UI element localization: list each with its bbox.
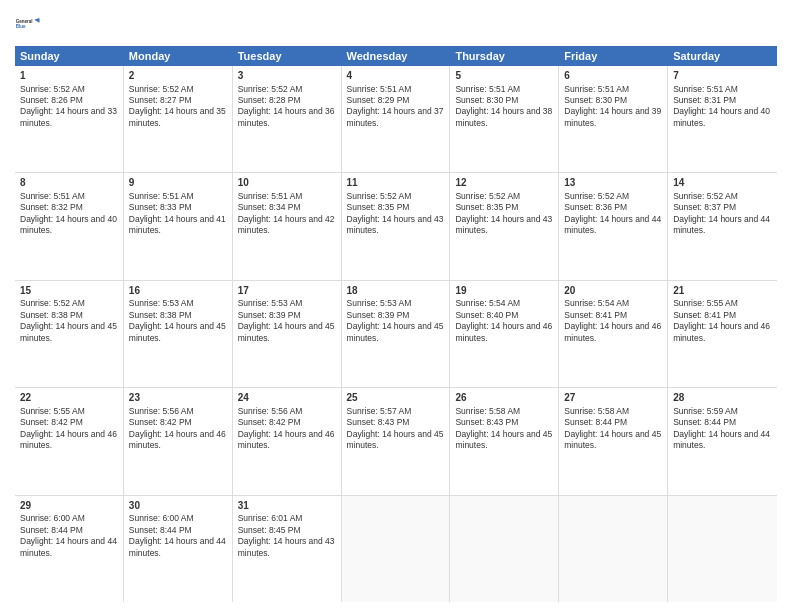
calendar-body: 1 Sunrise: 5:52 AM Sunset: 8:26 PM Dayli… xyxy=(15,66,777,602)
sunset: Sunset: 8:26 PM xyxy=(20,95,83,105)
daylight-label: Daylight: 14 hours and 45 minutes. xyxy=(129,321,226,342)
day-number: 1 xyxy=(20,69,118,83)
daylight-label: Daylight: 14 hours and 37 minutes. xyxy=(347,106,444,127)
calendar-cell: 8 Sunrise: 5:51 AM Sunset: 8:32 PM Dayli… xyxy=(15,173,124,279)
sunrise: Sunrise: 5:52 AM xyxy=(20,84,85,94)
daylight-label: Daylight: 14 hours and 33 minutes. xyxy=(20,106,117,127)
sunset: Sunset: 8:42 PM xyxy=(20,417,83,427)
calendar-cell: 6 Sunrise: 5:51 AM Sunset: 8:30 PM Dayli… xyxy=(559,66,668,172)
daylight-label: Daylight: 14 hours and 45 minutes. xyxy=(455,429,552,450)
sunset: Sunset: 8:29 PM xyxy=(347,95,410,105)
sunset: Sunset: 8:35 PM xyxy=(455,202,518,212)
calendar-header: SundayMondayTuesdayWednesdayThursdayFrid… xyxy=(15,46,777,66)
sunrise: Sunrise: 6:00 AM xyxy=(20,513,85,523)
calendar-cell: 2 Sunrise: 5:52 AM Sunset: 8:27 PM Dayli… xyxy=(124,66,233,172)
sunset: Sunset: 8:40 PM xyxy=(455,310,518,320)
daylight-label: Daylight: 14 hours and 43 minutes. xyxy=(238,536,335,557)
daylight-label: Daylight: 14 hours and 43 minutes. xyxy=(455,214,552,235)
sunrise: Sunrise: 5:52 AM xyxy=(455,191,520,201)
sunrise: Sunrise: 5:51 AM xyxy=(20,191,85,201)
calendar-cell xyxy=(342,496,451,602)
calendar-cell: 9 Sunrise: 5:51 AM Sunset: 8:33 PM Dayli… xyxy=(124,173,233,279)
sunset: Sunset: 8:38 PM xyxy=(20,310,83,320)
sunset: Sunset: 8:42 PM xyxy=(129,417,192,427)
daylight-label: Daylight: 14 hours and 39 minutes. xyxy=(564,106,661,127)
daylight-label: Daylight: 14 hours and 38 minutes. xyxy=(455,106,552,127)
sunset: Sunset: 8:36 PM xyxy=(564,202,627,212)
day-number: 7 xyxy=(673,69,772,83)
calendar-cell: 21 Sunrise: 5:55 AM Sunset: 8:41 PM Dayl… xyxy=(668,281,777,387)
day-number: 16 xyxy=(129,284,227,298)
sunrise: Sunrise: 5:51 AM xyxy=(564,84,629,94)
day-number: 29 xyxy=(20,499,118,513)
sunrise: Sunrise: 5:52 AM xyxy=(673,191,738,201)
daylight-label: Daylight: 14 hours and 45 minutes. xyxy=(564,429,661,450)
daylight-label: Daylight: 14 hours and 46 minutes. xyxy=(20,429,117,450)
sunrise: Sunrise: 5:51 AM xyxy=(455,84,520,94)
calendar-row: 8 Sunrise: 5:51 AM Sunset: 8:32 PM Dayli… xyxy=(15,173,777,280)
day-number: 15 xyxy=(20,284,118,298)
calendar-row: 15 Sunrise: 5:52 AM Sunset: 8:38 PM Dayl… xyxy=(15,281,777,388)
sunrise: Sunrise: 5:51 AM xyxy=(673,84,738,94)
sunrise: Sunrise: 5:59 AM xyxy=(673,406,738,416)
sunset: Sunset: 8:28 PM xyxy=(238,95,301,105)
daylight-label: Daylight: 14 hours and 44 minutes. xyxy=(673,429,770,450)
calendar-cell: 16 Sunrise: 5:53 AM Sunset: 8:38 PM Dayl… xyxy=(124,281,233,387)
calendar-cell: 12 Sunrise: 5:52 AM Sunset: 8:35 PM Dayl… xyxy=(450,173,559,279)
day-number: 28 xyxy=(673,391,772,405)
sunrise: Sunrise: 5:53 AM xyxy=(129,298,194,308)
weekday-header: Thursday xyxy=(450,46,559,66)
day-number: 5 xyxy=(455,69,553,83)
daylight-label: Daylight: 14 hours and 46 minutes. xyxy=(129,429,226,450)
calendar-cell: 25 Sunrise: 5:57 AM Sunset: 8:43 PM Dayl… xyxy=(342,388,451,494)
sunrise: Sunrise: 6:00 AM xyxy=(129,513,194,523)
sunrise: Sunrise: 5:53 AM xyxy=(238,298,303,308)
daylight-label: Daylight: 14 hours and 41 minutes. xyxy=(129,214,226,235)
daylight-label: Daylight: 14 hours and 44 minutes. xyxy=(673,214,770,235)
calendar-cell: 5 Sunrise: 5:51 AM Sunset: 8:30 PM Dayli… xyxy=(450,66,559,172)
sunset: Sunset: 8:37 PM xyxy=(673,202,736,212)
daylight-label: Daylight: 14 hours and 46 minutes. xyxy=(564,321,661,342)
day-number: 14 xyxy=(673,176,772,190)
calendar-cell: 15 Sunrise: 5:52 AM Sunset: 8:38 PM Dayl… xyxy=(15,281,124,387)
sunset: Sunset: 8:44 PM xyxy=(673,417,736,427)
day-number: 20 xyxy=(564,284,662,298)
sunset: Sunset: 8:44 PM xyxy=(564,417,627,427)
sunset: Sunset: 8:45 PM xyxy=(238,525,301,535)
daylight-label: Daylight: 14 hours and 46 minutes. xyxy=(238,429,335,450)
day-number: 12 xyxy=(455,176,553,190)
sunset: Sunset: 8:39 PM xyxy=(238,310,301,320)
sunset: Sunset: 8:35 PM xyxy=(347,202,410,212)
daylight-label: Daylight: 14 hours and 40 minutes. xyxy=(20,214,117,235)
day-number: 30 xyxy=(129,499,227,513)
sunrise: Sunrise: 5:57 AM xyxy=(347,406,412,416)
daylight-label: Daylight: 14 hours and 44 minutes. xyxy=(564,214,661,235)
day-number: 18 xyxy=(347,284,445,298)
sunrise: Sunrise: 5:58 AM xyxy=(564,406,629,416)
sunset: Sunset: 8:42 PM xyxy=(238,417,301,427)
sunset: Sunset: 8:44 PM xyxy=(20,525,83,535)
sunset: Sunset: 8:43 PM xyxy=(455,417,518,427)
sunset: Sunset: 8:33 PM xyxy=(129,202,192,212)
calendar-cell: 11 Sunrise: 5:52 AM Sunset: 8:35 PM Dayl… xyxy=(342,173,451,279)
day-number: 8 xyxy=(20,176,118,190)
calendar-row: 22 Sunrise: 5:55 AM Sunset: 8:42 PM Dayl… xyxy=(15,388,777,495)
calendar-cell: 14 Sunrise: 5:52 AM Sunset: 8:37 PM Dayl… xyxy=(668,173,777,279)
svg-text:General: General xyxy=(16,19,33,24)
day-number: 19 xyxy=(455,284,553,298)
sunset: Sunset: 8:41 PM xyxy=(673,310,736,320)
sunrise: Sunrise: 5:52 AM xyxy=(129,84,194,94)
weekday-header: Saturday xyxy=(668,46,777,66)
calendar-cell: 4 Sunrise: 5:51 AM Sunset: 8:29 PM Dayli… xyxy=(342,66,451,172)
sunset: Sunset: 8:39 PM xyxy=(347,310,410,320)
day-number: 6 xyxy=(564,69,662,83)
daylight-label: Daylight: 14 hours and 40 minutes. xyxy=(673,106,770,127)
day-number: 3 xyxy=(238,69,336,83)
daylight-label: Daylight: 14 hours and 44 minutes. xyxy=(129,536,226,557)
sunrise: Sunrise: 5:54 AM xyxy=(564,298,629,308)
calendar-row: 1 Sunrise: 5:52 AM Sunset: 8:26 PM Dayli… xyxy=(15,66,777,173)
weekday-header: Monday xyxy=(124,46,233,66)
weekday-header: Friday xyxy=(559,46,668,66)
daylight-label: Daylight: 14 hours and 43 minutes. xyxy=(347,214,444,235)
sunrise: Sunrise: 5:52 AM xyxy=(347,191,412,201)
